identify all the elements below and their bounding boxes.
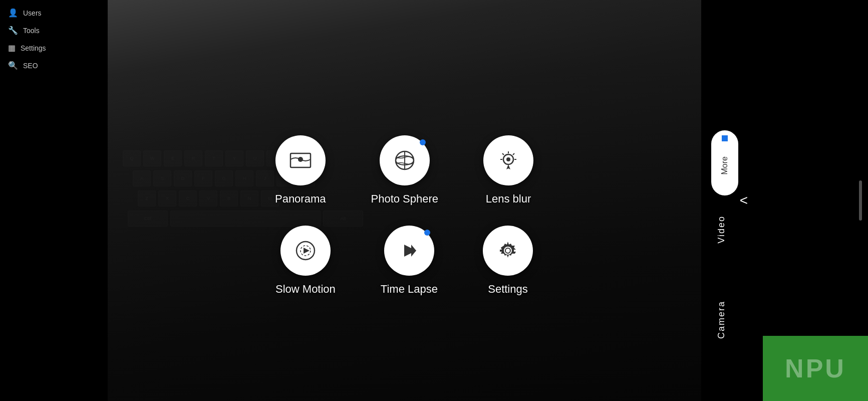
users-icon: 👤 <box>8 8 18 18</box>
mode-photo-sphere[interactable]: Photo Sphere <box>371 135 438 206</box>
mode-settings[interactable]: Settings <box>483 226 533 296</box>
settings-icon: ▦ <box>8 43 16 53</box>
back-arrow-icon: < <box>740 192 748 208</box>
lens-blur-icon <box>496 148 520 172</box>
more-button[interactable]: More <box>711 130 738 195</box>
modes-row-1: Panorama Photo Sphere <box>275 135 533 206</box>
lens-blur-label: Lens blur <box>486 192 531 206</box>
sidebar-item-tools-label: Tools <box>23 27 40 35</box>
camera-label-container[interactable]: Camera <box>716 301 727 341</box>
slow-motion-icon <box>294 239 318 263</box>
sidebar-item-users[interactable]: 👤 Users <box>0 4 108 22</box>
more-dot <box>722 135 728 141</box>
mode-time-lapse[interactable]: Time Lapse <box>381 226 438 296</box>
mode-lens-blur[interactable]: Lens blur <box>483 135 533 206</box>
sidebar-item-seo[interactable]: 🔍 SEO <box>0 57 108 74</box>
seo-icon: 🔍 <box>8 61 18 70</box>
settings-mode-icon <box>496 239 520 263</box>
camera-modes: Panorama Photo Sphere <box>275 135 533 296</box>
svg-point-6 <box>506 157 510 161</box>
modes-row-2: Slow Motion Time Lapse Set <box>275 226 533 296</box>
sidebar-item-settings[interactable]: ▦ Settings <box>0 39 108 57</box>
sidebar-menu: 👤 Users 🔧 Tools ▦ Settings 🔍 SEO <box>0 0 108 74</box>
npu-text: NPU <box>785 353 846 383</box>
svg-line-10 <box>502 153 504 155</box>
scroll-indicator <box>859 180 862 221</box>
panorama-icon-circle <box>275 135 326 185</box>
photo-sphere-label: Photo Sphere <box>371 192 438 206</box>
settings-mode-label: Settings <box>488 283 528 296</box>
more-label: More <box>720 156 729 174</box>
sidebar-item-seo-label: SEO <box>23 62 38 70</box>
svg-point-1 <box>298 157 303 162</box>
svg-line-8 <box>513 153 514 155</box>
right-panel: More Video Camera < NPU <box>701 0 868 401</box>
mode-slow-motion[interactable]: Slow Motion <box>275 226 336 296</box>
sidebar-item-users-label: Users <box>23 9 42 17</box>
svg-point-15 <box>305 250 307 252</box>
lens-blur-icon-circle <box>483 135 533 185</box>
npu-badge: NPU <box>763 336 868 401</box>
sidebar-item-tools[interactable]: 🔧 Tools <box>0 22 108 39</box>
time-lapse-icon <box>397 239 421 263</box>
slow-motion-label: Slow Motion <box>275 283 336 296</box>
slow-motion-icon-circle <box>280 226 331 276</box>
panorama-label: Panorama <box>275 192 326 206</box>
tools-icon: 🔧 <box>8 26 18 35</box>
photo-sphere-icon-circle <box>380 135 430 185</box>
back-arrow[interactable]: < <box>740 192 748 209</box>
camera-label: Camera <box>716 301 727 339</box>
time-lapse-icon-circle <box>384 226 434 276</box>
panorama-icon <box>288 148 313 172</box>
sidebar-item-settings-label: Settings <box>21 44 46 52</box>
time-lapse-label: Time Lapse <box>381 283 438 296</box>
left-sidebar: 👤 Users 🔧 Tools ▦ Settings 🔍 SEO <box>0 0 108 401</box>
video-label: Video <box>716 216 727 244</box>
mode-panorama[interactable]: Panorama <box>275 135 326 206</box>
photo-sphere-icon <box>393 148 417 172</box>
settings-mode-icon-circle <box>483 226 533 276</box>
svg-marker-17 <box>411 245 416 257</box>
video-label-container[interactable]: Video <box>716 216 727 246</box>
